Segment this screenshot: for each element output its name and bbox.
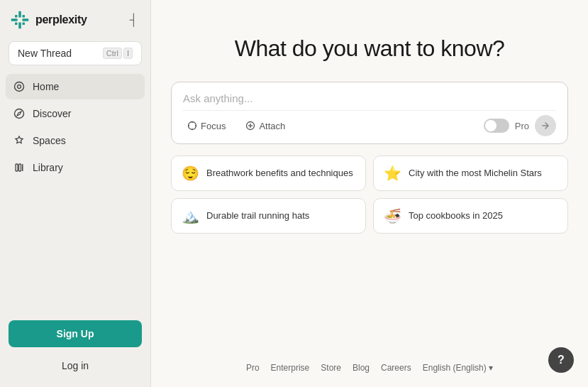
suggestion-text-1: City with the most Michelin Stars [409, 167, 542, 180]
svg-rect-7 [23, 23, 26, 26]
svg-rect-11 [16, 164, 18, 171]
i-key: I [123, 48, 133, 59]
svg-point-9 [18, 85, 21, 89]
arrow-right-icon [540, 121, 550, 131]
nav-list: Home Discover Spaces Library [0, 74, 150, 180]
suggestion-emoji-3: 🍜 [384, 207, 401, 224]
submit-button[interactable] [535, 115, 556, 136]
svg-rect-5 [23, 15, 26, 18]
search-toolbar: Focus Attach Pro [183, 110, 556, 136]
sidebar-item-home-label: Home [33, 81, 59, 92]
footer-language[interactable]: English (English) ▾ [423, 363, 493, 373]
main-title: What do you want to know? [235, 36, 505, 62]
footer-store[interactable]: Store [321, 363, 341, 373]
sidebar-header: perplexity ┤ [0, 0, 150, 37]
new-thread-shortcut: Ctrl I [103, 48, 133, 59]
svg-rect-3 [18, 23, 21, 29]
pro-label: Pro [515, 121, 529, 131]
sidebar-item-spaces[interactable]: Spaces [6, 128, 145, 153]
sidebar-item-discover-label: Discover [33, 108, 71, 119]
sidebar-bottom: Sign Up Log in [0, 312, 150, 387]
discover-icon [13, 107, 26, 120]
suggestion-text-2: Durable trail running hats [206, 209, 309, 222]
sidebar: perplexity ┤ New Thread Ctrl I Home Disc… [0, 0, 151, 387]
svg-point-10 [15, 109, 24, 119]
new-thread-button[interactable]: New Thread Ctrl I [9, 41, 142, 65]
spaces-icon [13, 134, 26, 147]
collapse-sidebar-button[interactable]: ┤ [127, 11, 140, 29]
suggestion-emoji-2: 🏔️ [182, 207, 199, 224]
suggestion-card-0[interactable]: 😌 Breathwork benefits and techniques [171, 156, 366, 191]
search-box: Focus Attach Pro [171, 82, 568, 144]
svg-rect-4 [15, 15, 18, 18]
toolbar-right: Pro [484, 115, 556, 136]
svg-rect-13 [22, 164, 23, 171]
sidebar-item-library-label: Library [33, 162, 63, 173]
suggestions-grid: 😌 Breathwork benefits and techniques ⭐ C… [171, 156, 568, 234]
svg-rect-0 [18, 11, 21, 18]
suggestion-card-2[interactable]: 🏔️ Durable trail running hats [171, 198, 366, 234]
toolbar-left: Focus Attach [183, 119, 289, 133]
new-thread-label: New Thread [18, 48, 72, 59]
attach-label: Attach [259, 121, 285, 131]
footer-blog[interactable]: Blog [353, 363, 370, 373]
sidebar-item-discover[interactable]: Discover [6, 101, 145, 126]
ctrl-key: Ctrl [103, 48, 122, 59]
svg-rect-1 [11, 18, 18, 21]
footer-pro[interactable]: Pro [246, 363, 260, 373]
help-button[interactable]: ? [548, 347, 574, 373]
attach-icon [245, 121, 255, 131]
main-footer: Pro Enterprise Store Blog Careers Englis… [246, 363, 493, 373]
suggestion-card-1[interactable]: ⭐ City with the most Michelin Stars [373, 156, 568, 191]
attach-button[interactable]: Attach [241, 119, 289, 133]
svg-rect-2 [23, 18, 29, 21]
sidebar-item-spaces-label: Spaces [33, 135, 66, 146]
signup-button[interactable]: Sign Up [9, 320, 142, 347]
app-name: perplexity [35, 13, 87, 26]
footer-careers[interactable]: Careers [381, 363, 411, 373]
suggestion-text-0: Breathwork benefits and techniques [206, 167, 353, 180]
svg-rect-6 [15, 23, 18, 26]
svg-point-8 [15, 82, 24, 92]
perplexity-logo-icon [10, 10, 30, 30]
logo-area: perplexity [10, 10, 87, 30]
svg-rect-12 [19, 164, 21, 171]
login-button[interactable]: Log in [9, 353, 142, 378]
svg-point-14 [189, 122, 196, 130]
suggestion-emoji-1: ⭐ [384, 165, 401, 182]
toggle-knob [485, 120, 497, 131]
footer-enterprise[interactable]: Enterprise [271, 363, 310, 373]
search-input[interactable] [183, 92, 556, 110]
pro-toggle[interactable] [484, 119, 509, 133]
sidebar-item-home[interactable]: Home [6, 74, 145, 99]
library-icon [13, 161, 26, 174]
suggestion-text-3: Top cookbooks in 2025 [409, 209, 503, 222]
focus-label: Focus [201, 121, 226, 131]
main-content: What do you want to know? Focus [151, 0, 588, 387]
sidebar-item-library[interactable]: Library [6, 155, 145, 180]
suggestion-card-3[interactable]: 🍜 Top cookbooks in 2025 [373, 198, 568, 234]
suggestion-emoji-0: 😌 [182, 165, 199, 182]
home-icon [13, 80, 26, 93]
focus-icon [187, 121, 197, 131]
focus-button[interactable]: Focus [183, 119, 230, 133]
